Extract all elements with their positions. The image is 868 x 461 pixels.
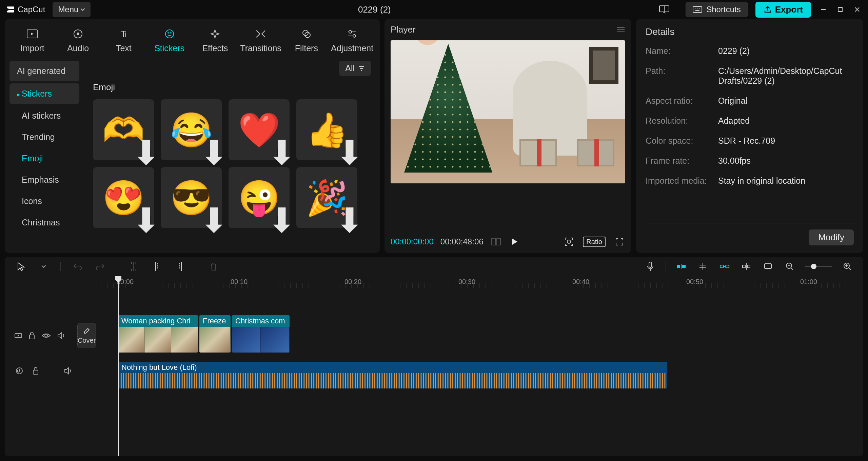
details-panel: Details Name:0229 (2) Path:C:/Users/Admi… — [636, 19, 863, 253]
snap-main-icon[interactable] — [675, 260, 688, 273]
sticker-thumbs-up[interactable]: 👍⬇ — [296, 99, 357, 160]
download-icon[interactable]: ⬇ — [210, 148, 218, 157]
split-tool[interactable] — [127, 260, 140, 273]
trim-left-tool[interactable] — [151, 260, 163, 273]
marker-icon[interactable] — [762, 260, 774, 273]
zoom-in-icon[interactable] — [841, 260, 854, 273]
sticker-heart-hands[interactable]: 🫶⬇ — [93, 99, 154, 160]
modify-button[interactable]: Modify — [809, 229, 854, 245]
detail-label-colorspace: Color space: — [646, 136, 718, 146]
filters-icon — [300, 28, 313, 40]
capcut-logo-icon — [6, 5, 15, 14]
audio-clip[interactable]: Nothing but Love (Lofi) — [118, 362, 667, 388]
player-title: Player — [391, 24, 416, 35]
mute-icon[interactable] — [57, 330, 66, 341]
sidebar-sub-emphasis[interactable]: Emphasis — [9, 170, 79, 189]
snap-track-icon[interactable] — [696, 260, 709, 273]
video-clip[interactable]: Woman packing Chri — [118, 315, 198, 353]
eye-icon[interactable] — [41, 330, 51, 341]
filter-icon — [358, 65, 365, 72]
sticker-party[interactable]: 🎉⬇ — [296, 167, 357, 228]
audio-track-toggle-icon[interactable] — [14, 366, 24, 376]
sticker-laugh-cry[interactable]: 😂⬇ — [161, 99, 222, 160]
fullscreen-icon[interactable] — [614, 236, 625, 247]
tab-audio[interactable]: Audio — [55, 25, 101, 56]
svg-text:I: I — [125, 32, 126, 38]
ratio-button[interactable]: Ratio — [583, 237, 606, 247]
playhead[interactable] — [118, 276, 119, 456]
tab-stickers[interactable]: Stickers — [146, 25, 192, 56]
download-icon[interactable]: ⬇ — [142, 148, 151, 157]
sidebar-sub-ai-stickers[interactable]: AI stickers — [9, 106, 79, 125]
ruler-tick: 00:10 — [231, 278, 248, 286]
pointer-dropdown[interactable] — [37, 260, 50, 273]
tab-text[interactable]: TIText — [101, 25, 147, 56]
svg-rect-4 — [693, 6, 702, 13]
delete-tool[interactable] — [207, 260, 220, 273]
player-viewport[interactable] — [391, 40, 625, 183]
video-clip[interactable]: Christmas com — [232, 315, 290, 353]
download-icon[interactable]: ⬇ — [277, 148, 286, 157]
duration-timecode: 00:00:48:06 — [440, 237, 484, 246]
download-icon[interactable]: ⬇ — [345, 216, 354, 225]
sidebar-sub-trending[interactable]: Trending — [9, 127, 79, 147]
download-icon[interactable]: ⬇ — [345, 148, 354, 157]
video-track-toggle-icon[interactable] — [14, 330, 22, 341]
timeline-tracks-area[interactable]: 00:00 00:10 00:20 00:30 00:40 00:50 01:0… — [83, 276, 863, 456]
menu-button[interactable]: Menu — [53, 2, 91, 17]
timeline-ruler[interactable]: 00:00 00:10 00:20 00:30 00:40 00:50 01:0… — [83, 276, 863, 288]
zoom-slider[interactable] — [805, 266, 832, 267]
player-menu-icon[interactable] — [616, 26, 625, 33]
sticker-hearts[interactable]: ❤️⬇ — [229, 99, 290, 160]
mic-icon[interactable] — [644, 260, 657, 273]
detail-value-aspect: Original — [718, 96, 854, 106]
sidebar-item-ai-generated[interactable]: AI generated — [9, 61, 79, 81]
titlebar: CapCut Menu 0229 (2) Shortcuts Export — [0, 0, 868, 19]
filter-all-chip[interactable]: All — [339, 61, 371, 76]
sidebar-sub-icons[interactable]: Icons — [9, 192, 79, 211]
compare-icon[interactable] — [490, 236, 502, 247]
svg-rect-28 — [492, 238, 495, 245]
shortcuts-button[interactable]: Shortcuts — [686, 2, 748, 17]
preview-axis-icon[interactable] — [740, 260, 753, 273]
tab-adjustment[interactable]: Adjustment — [329, 25, 375, 56]
lock-icon[interactable] — [31, 366, 41, 376]
scan-icon[interactable] — [563, 236, 575, 247]
window-close[interactable] — [852, 5, 862, 14]
sidebar-sub-christmas[interactable]: Christmas — [9, 213, 79, 232]
detail-label-framerate: Frame rate: — [646, 156, 718, 166]
sidebar-sub-emoji[interactable]: Emoji — [9, 149, 79, 168]
tab-effects[interactable]: Effects — [192, 25, 238, 56]
download-icon[interactable]: ⬇ — [142, 216, 151, 225]
download-icon[interactable]: ⬇ — [210, 216, 218, 225]
tab-import[interactable]: Import — [9, 25, 55, 56]
play-button[interactable] — [509, 236, 520, 247]
lock-icon[interactable] — [28, 330, 35, 341]
tab-filters[interactable]: Filters — [284, 25, 330, 56]
transitions-icon — [255, 28, 267, 40]
layout-icon[interactable] — [658, 3, 670, 16]
sticker-sunglasses[interactable]: 😎⬇ — [161, 167, 222, 228]
detail-value-path: C:/Users/Admin/Desktop/CapCut Drafts/022… — [718, 66, 854, 86]
video-clip[interactable]: Freeze — [199, 315, 231, 353]
zoom-out-icon[interactable] — [783, 260, 796, 273]
sidebar-item-stickers[interactable]: Stickers — [9, 83, 79, 104]
window-maximize[interactable] — [835, 5, 845, 14]
svg-line-60 — [849, 268, 851, 270]
trim-right-tool[interactable] — [174, 260, 186, 273]
undo-button[interactable] — [71, 260, 84, 273]
section-title-emoji: Emoji — [93, 82, 371, 93]
pointer-tool[interactable] — [14, 260, 27, 273]
download-icon[interactable]: ⬇ — [277, 216, 286, 225]
sticker-wink-tongue[interactable]: 😜⬇ — [229, 167, 290, 228]
link-icon[interactable] — [718, 260, 731, 273]
timeline: Cover 00:00 00:10 00:20 00:30 00:40 00:5… — [5, 276, 863, 456]
mute-icon[interactable] — [63, 366, 73, 376]
window-minimize[interactable] — [818, 5, 828, 14]
adjustment-icon — [346, 28, 358, 40]
export-button[interactable]: Export — [755, 2, 811, 18]
project-title: 0229 (2) — [91, 4, 658, 15]
sticker-heart-eyes[interactable]: 😍⬇ — [93, 167, 154, 228]
redo-button[interactable] — [94, 260, 107, 273]
tab-transitions[interactable]: Transitions — [238, 25, 284, 56]
